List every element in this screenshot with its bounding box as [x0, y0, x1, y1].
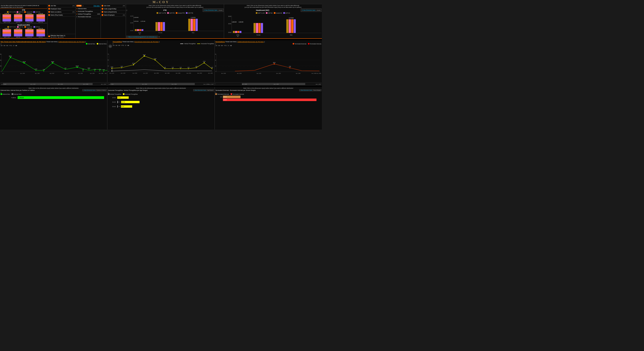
svg-text:Jan 1, 2024: Jan 1, 2024: [276, 73, 281, 74]
svg-point-144: [289, 67, 290, 68]
filter-terminated-internals[interactable]: ● Terminated Internals: [76, 15, 100, 18]
time-all[interactable]: All: [16, 45, 17, 46]
fte-legend-3: Current FTE: [24, 11, 32, 13]
tf-time-all[interactable]: All: [128, 45, 129, 46]
chart-note-fte: Note! Click on the (Dimension input) but…: [126, 5, 224, 8]
legend-external-hires: External Hires: [97, 43, 106, 44]
svg-text:164.00: 164.00: [76, 65, 79, 67]
legend-internal-hires: Internal Hires: [86, 43, 95, 44]
svg-text:89.00: 89.00: [88, 67, 90, 69]
time-3m[interactable]: 3M: [4, 45, 6, 46]
dist3-new-dim-btn[interactable]: + New Dimension Input... Tenure Ranges: [299, 89, 321, 91]
svg-rect-38: [261, 23, 263, 33]
svg-rect-35: [254, 23, 256, 33]
dist3-legend-ext: Terminated Externals: [215, 93, 229, 95]
term-time-6m[interactable]: 6M: [221, 45, 223, 46]
filter-legal-entity[interactable]: Code (Legal Entity): [101, 7, 126, 10]
svg-text:2,130.50: 2,130.50: [134, 17, 138, 18]
svg-point-77: [100, 70, 100, 71]
svg-text:Jan 1, 2016: Jan 1, 2016: [35, 73, 40, 74]
tf-time-3m[interactable]: 3M: [116, 45, 118, 46]
new-dim-btn-bottom[interactable]: + Nieuw invoerbesturingselement voor dim…: [126, 36, 158, 38]
svg-text:2.00: 2.00: [99, 69, 101, 70]
fte-legend-2: SOP FTE: [17, 11, 24, 13]
svg-rect-5: [142, 29, 144, 31]
throughflow-trend-title: Throughflow Trend over time ( Doorstroom…: [108, 41, 214, 42]
svg-rect-17: [188, 19, 190, 31]
legend-term-internals: Terminated Internals: [308, 43, 321, 44]
term-time-1m[interactable]: 1M: [215, 45, 217, 46]
svg-text:29.00: 29.00: [228, 16, 231, 17]
svg-text:Jan 1, 2030: Jan 1, 2030: [316, 73, 321, 74]
filter-job-title[interactable]: Job Title (All): [48, 4, 76, 7]
tf-time-ytd[interactable]: YTD: [121, 45, 124, 46]
svg-point-75: [94, 70, 95, 71]
hc-bar-group-3: 3,817.00 Current HC: [24, 28, 35, 38]
svg-text:75: 75: [108, 54, 109, 55]
filter-pay-grade[interactable]: Name (Pay Grade): [48, 13, 76, 17]
dist2-bar-25-30: 25-30 16.00: [110, 96, 214, 99]
hc-big-legend-1: SOP Y-1 HC: [256, 12, 265, 14]
filter-name-employee[interactable]: Name Employee (All): [101, 13, 126, 17]
svg-text:Jan 1, 2019: Jan 1, 2019: [165, 73, 170, 74]
fte-bar-group-2: 3,721.80 SOP FTE: [13, 13, 23, 23]
time-ytd[interactable]: YTD: [9, 45, 12, 46]
svg-text:29.00: 29.00: [228, 32, 231, 33]
fte-new-dimension-btn[interactable]: + New Dimension Input... Gender: [203, 8, 224, 12]
hire-trend-title: Hire Trend over time (Indiensttredingstr…: [0, 41, 106, 42]
chart-note-hc: Note! Click on the (Dimension input) but…: [224, 5, 322, 8]
throughflow-options-btn[interactable]: ···: [108, 44, 112, 48]
filter-employee-class[interactable]: Employee Class: [48, 7, 76, 10]
svg-text:8.00: 8.00: [121, 66, 123, 67]
term-time-1y[interactable]: 1Y: [228, 45, 229, 46]
svg-rect-41: [286, 19, 288, 33]
time-6m[interactable]: 6M: [6, 45, 8, 46]
term-time-ytd[interactable]: YTD: [224, 45, 226, 46]
tf-time-1m[interactable]: 1M: [112, 45, 114, 46]
filter-department[interactable]: Name (Department): [101, 10, 126, 13]
svg-text:67.00: 67.00: [143, 54, 146, 55]
filter-job-code[interactable]: Job Code (All): [101, 4, 126, 7]
legend-term-externals: Terminated Externals: [293, 43, 306, 44]
filter-effective-date[interactable]: Effective Start Date (1) Apr (2013) - Ap…: [48, 34, 76, 38]
filter-internal-hires[interactable]: ● Internal Hires: [76, 7, 100, 10]
dist3-legend-int: Terminated Internals: [230, 93, 244, 95]
term-time-all[interactable]: All: [230, 45, 232, 46]
svg-text:0: 0: [108, 71, 109, 72]
svg-point-118: [204, 62, 205, 63]
svg-point-73: [88, 69, 89, 70]
svg-text:0: 0: [216, 71, 216, 72]
term-time-3m[interactable]: 3M: [218, 45, 220, 46]
fte-big-chart: (Null) All 1,576.30 1,576.30 2,130.50 Fe…: [126, 14, 224, 35]
tf-time-6m[interactable]: 6M: [118, 45, 120, 46]
time-1y[interactable]: 1Y: [13, 45, 14, 46]
svg-point-102: [133, 64, 134, 65]
hc-new-dimension-btn[interactable]: + New Dimension Input... Gender: [301, 8, 322, 12]
hc-big-legend-2: SOP HC: [266, 12, 273, 14]
svg-text:1,610.00: 1,610.00: [238, 21, 244, 23]
tf-time-1y[interactable]: 1Y: [125, 45, 126, 46]
hc-legend-2: SOP HC: [17, 26, 24, 28]
dist1-new-dim-btn[interactable]: + New Dimension Input... Parttime or Ful…: [82, 89, 106, 91]
termination-trend-title: Terminations Trend over time ( Uitdienst…: [215, 41, 321, 42]
svg-text:200: 200: [0, 65, 1, 67]
filter-horiz-throughflow[interactable]: ● Horizontal Throughflow: [76, 10, 100, 13]
svg-text:All: All: [237, 36, 238, 37]
svg-text:All: All: [139, 34, 140, 35]
svg-text:237.00: 237.00: [23, 61, 26, 62]
this-year-label: This year:: [94, 5, 100, 6]
filter-location[interactable]: Name (Location) (All): [48, 10, 76, 13]
svg-rect-2: [135, 29, 137, 31]
filter-vert-value: 2.00: [97, 13, 100, 15]
svg-text:Female: Female: [158, 32, 162, 33]
hc-bar-group-2: 3,817.00 SOP HC: [13, 28, 23, 38]
fte-big-legend-3: Current FTE: [176, 12, 185, 14]
filter-vert-throughflow[interactable]: ● Vertical Throughflow 2.00: [76, 13, 100, 15]
svg-rect-19: [193, 19, 195, 31]
svg-point-142: [274, 63, 275, 64]
dist2-new-dim-btn[interactable]: + New Dimension Input... Age Ranges: [193, 89, 214, 91]
time-1m[interactable]: 1M: [0, 45, 2, 46]
legend-vert-throughflow: Vertical Throughflow: [180, 43, 196, 44]
svg-text:13.00: 13.00: [130, 30, 133, 31]
svg-text:Male: Male: [290, 34, 293, 36]
